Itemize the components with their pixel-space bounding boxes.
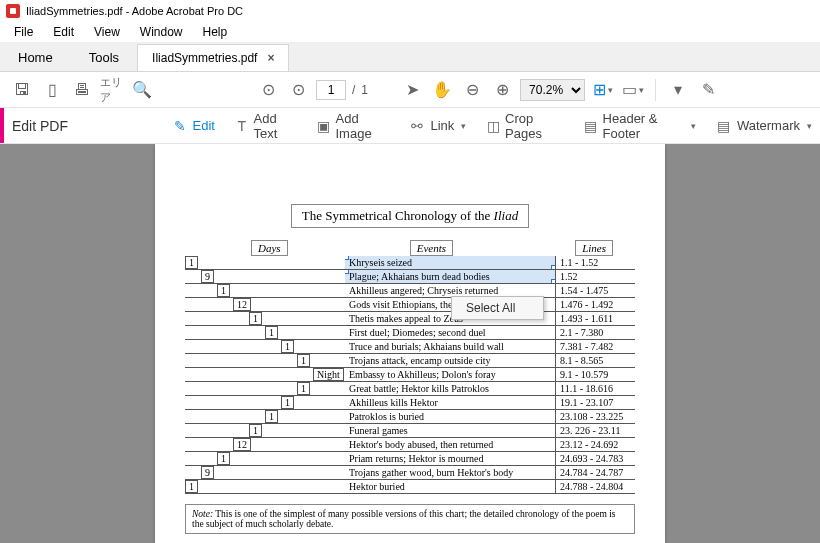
event-cell[interactable]: Hektor's body abused, then returned (345, 438, 555, 451)
lines-cell[interactable]: 11.1 - 18.616 (555, 382, 635, 395)
days-cell[interactable]: 12 (233, 298, 251, 311)
days-cell[interactable]: 12 (233, 438, 251, 451)
lines-cell[interactable]: 23.108 - 23.225 (555, 410, 635, 423)
chronology-table[interactable]: 1Khryseis seized1.1 - 1.529Plague; Akhai… (185, 256, 635, 494)
event-cell[interactable]: Plague; Akhaians burn dead bodies (345, 270, 555, 283)
table-row[interactable]: 1Great battle; Hektor kills Patroklos11.… (185, 382, 635, 396)
menu-edit[interactable]: Edit (43, 23, 84, 41)
sign-icon[interactable]: ✎ (696, 78, 720, 102)
lines-cell[interactable]: 24.788 - 24.804 (555, 480, 635, 493)
days-cell[interactable]: 1 (265, 410, 278, 423)
highlight-icon[interactable]: ▾ (666, 78, 690, 102)
page-down-icon[interactable]: ⊙ (286, 78, 310, 102)
fit-width-icon[interactable]: ⊞▾ (591, 78, 615, 102)
table-row[interactable]: 1Priam returns; Hektor is mourned24.693 … (185, 452, 635, 466)
hand-icon[interactable]: ✋ (430, 78, 454, 102)
event-cell[interactable]: Embassy to Akhilleus; Dolon's foray (345, 368, 555, 381)
lines-cell[interactable]: 1.52 (555, 270, 635, 283)
menu-view[interactable]: View (84, 23, 130, 41)
event-cell[interactable]: Patroklos is buried (345, 410, 555, 423)
menu-help[interactable]: Help (193, 23, 238, 41)
table-row[interactable]: 1Akhilleus angered; Chryseis returned1.5… (185, 284, 635, 298)
lines-cell[interactable]: 7.381 - 7.482 (555, 340, 635, 353)
table-row[interactable]: 1Patroklos is buried23.108 - 23.225 (185, 410, 635, 424)
document-workspace[interactable]: The Symmetrical Chronology of the Iliad … (0, 144, 820, 543)
zoom-select[interactable]: 70.2% (520, 79, 585, 101)
lines-cell[interactable]: 1.476 - 1.492 (555, 298, 635, 311)
event-cell[interactable]: Khryseis seized (345, 256, 555, 269)
lines-cell[interactable]: 9.1 - 10.579 (555, 368, 635, 381)
table-row[interactable]: 9Trojans gather wood, burn Hektor's body… (185, 466, 635, 480)
zoom-out-icon[interactable]: ⊖ (460, 78, 484, 102)
add-text-button[interactable]: TAdd Text (227, 107, 305, 145)
days-cell[interactable]: 9 (201, 466, 214, 479)
days-cell[interactable]: 1 (297, 354, 310, 367)
lines-cell[interactable]: 1.493 - 1.611 (555, 312, 635, 325)
edit-button[interactable]: ✎Edit (164, 114, 223, 138)
event-cell[interactable]: Hektor buried (345, 480, 555, 493)
table-row[interactable]: 1First duel; Diomedes; second duel2.1 - … (185, 326, 635, 340)
lines-cell[interactable]: 8.1 - 8.565 (555, 354, 635, 367)
link-button[interactable]: ⚯Link▾ (401, 114, 474, 138)
print-icon[interactable]: 🖶 (70, 78, 94, 102)
table-row[interactable]: 1Khryseis seized1.1 - 1.52 (185, 256, 635, 270)
event-cell[interactable]: Great battle; Hektor kills Patroklos (345, 382, 555, 395)
header-footer-button[interactable]: ▤Header & Footer▾ (576, 107, 704, 145)
table-row[interactable]: NightEmbassy to Akhilleus; Dolon's foray… (185, 368, 635, 382)
pointer-icon[interactable]: ➤ (400, 78, 424, 102)
days-cell[interactable]: 1 (249, 424, 262, 437)
add-image-button[interactable]: ▣Add Image (309, 107, 398, 145)
page-display-icon[interactable]: ▭▾ (621, 78, 645, 102)
days-cell[interactable]: 1 (265, 326, 278, 339)
menu-window[interactable]: Window (130, 23, 193, 41)
table-row[interactable]: 1Truce and burials; Akhaians build wall7… (185, 340, 635, 354)
days-cell[interactable]: 1 (281, 396, 294, 409)
lines-cell[interactable]: 1.1 - 1.52 (555, 256, 635, 269)
tab-document[interactable]: IliadSymmetries.pdf × (137, 44, 289, 71)
table-row[interactable]: 1Funeral games23. 226 - 23.11 (185, 424, 635, 438)
days-cell[interactable]: Night (313, 368, 344, 381)
footnote[interactable]: Note: This is one of the simplest of man… (185, 504, 635, 534)
table-row[interactable]: 1Trojans attack, encamp outside city8.1 … (185, 354, 635, 368)
event-cell[interactable]: Akhilleus kills Hektor (345, 396, 555, 409)
table-row[interactable]: 12Hektor's body abused, then returned23.… (185, 438, 635, 452)
days-cell[interactable]: 1 (185, 256, 198, 269)
pdf-page[interactable]: The Symmetrical Chronology of the Iliad … (155, 144, 665, 543)
table-row[interactable]: 9Plague; Akhaians burn dead bodies1.52 (185, 270, 635, 284)
days-cell[interactable]: 1 (281, 340, 294, 353)
menu-file[interactable]: File (4, 23, 43, 41)
tab-home[interactable]: Home (0, 44, 71, 71)
table-row[interactable]: 12Gods visit Ethiopians, then return1.47… (185, 298, 635, 312)
document-title[interactable]: The Symmetrical Chronology of the Iliad (291, 204, 529, 228)
context-select-all[interactable]: Select All (466, 301, 515, 315)
lines-cell[interactable]: 24.693 - 24.783 (555, 452, 635, 465)
table-row[interactable]: 1Thetis makes appeal to Zeus1.493 - 1.61… (185, 312, 635, 326)
tab-tools[interactable]: Tools (71, 44, 137, 71)
watermark-button[interactable]: ▤Watermark▾ (708, 114, 820, 138)
days-cell[interactable]: 1 (217, 284, 230, 297)
save-icon[interactable]: 🖫 (10, 78, 34, 102)
crop-button[interactable]: ◫Crop Pages (478, 107, 572, 145)
lines-cell[interactable]: 24.784 - 24.787 (555, 466, 635, 479)
event-cell[interactable]: Trojans gather wood, burn Hektor's body (345, 466, 555, 479)
days-cell[interactable]: 1 (249, 312, 262, 325)
event-cell[interactable]: Priam returns; Hektor is mourned (345, 452, 555, 465)
search-icon[interactable]: 🔍 (130, 78, 154, 102)
event-cell[interactable]: Funeral games (345, 424, 555, 437)
days-cell[interactable]: 9 (201, 270, 214, 283)
days-cell[interactable]: 1 (185, 480, 198, 493)
days-cell[interactable]: 1 (217, 452, 230, 465)
table-row[interactable]: 1Hektor buried24.788 - 24.804 (185, 480, 635, 494)
lines-cell[interactable]: 2.1 - 7.380 (555, 326, 635, 339)
lines-cell[interactable]: 23. 226 - 23.11 (555, 424, 635, 437)
event-cell[interactable]: First duel; Diomedes; second duel (345, 326, 555, 339)
days-cell[interactable]: 1 (297, 382, 310, 395)
lines-cell[interactable]: 19.1 - 23.107 (555, 396, 635, 409)
event-cell[interactable]: Trojans attack, encamp outside city (345, 354, 555, 367)
close-icon[interactable]: × (267, 51, 274, 65)
zoom-in-icon[interactable]: ⊕ (490, 78, 514, 102)
page-number-input[interactable] (316, 80, 346, 100)
table-row[interactable]: 1Akhilleus kills Hektor19.1 - 23.107 (185, 396, 635, 410)
organize-icon[interactable]: ▯ (40, 78, 64, 102)
event-cell[interactable]: Truce and burials; Akhaians build wall (345, 340, 555, 353)
